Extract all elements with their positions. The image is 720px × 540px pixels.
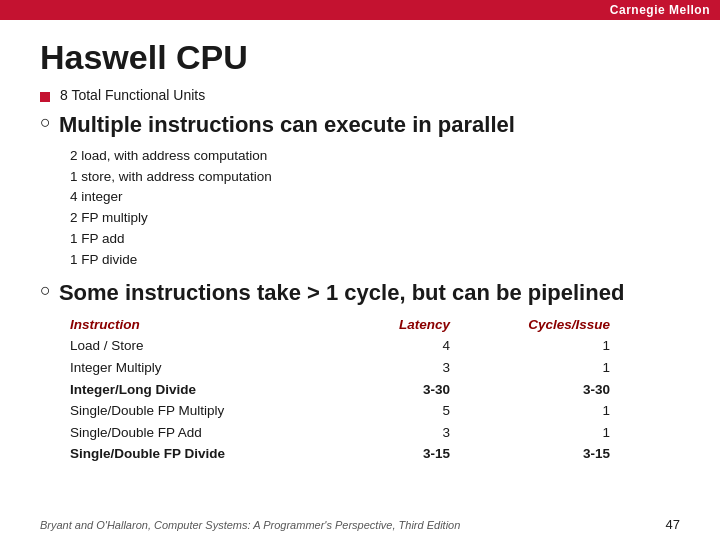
list-item: 2 FP multiply [70, 208, 680, 229]
col-header-instruction: Instruction [70, 314, 350, 336]
table-header-row: Instruction Latency Cycles/Issue [70, 314, 650, 336]
bullet-2-sublist: 2 load, with address computation 1 store… [70, 146, 680, 272]
bullet-3-label: Some instructions take > 1 cycle, but ca… [59, 279, 624, 308]
top-bar: Carnegie Mellon [0, 0, 720, 20]
bullet-2: ○ Multiple instructions can execute in p… [40, 111, 680, 140]
list-item: 1 FP divide [70, 250, 680, 271]
circle-marker-3: ○ [40, 279, 51, 302]
cell-instruction: Single/Double FP Multiply [70, 400, 350, 422]
cell-latency: 3 [350, 357, 480, 379]
cell-latency: 3 [350, 422, 480, 444]
cell-instruction: Integer/Long Divide [70, 379, 350, 401]
cell-cycles: 3-30 [480, 379, 610, 401]
cell-latency: 4 [350, 335, 480, 357]
table-row: Single/Double FP Multiply51 [70, 400, 650, 422]
cell-cycles: 1 [480, 422, 610, 444]
circle-marker-2: ○ [40, 111, 51, 134]
table-row: Integer/Long Divide3-303-30 [70, 379, 650, 401]
bullet-1: 8 Total Functional Units [40, 87, 680, 103]
instruction-table: Instruction Latency Cycles/Issue Load / … [70, 314, 650, 465]
cell-cycles: 1 [480, 400, 610, 422]
cell-latency: 5 [350, 400, 480, 422]
cell-cycles: 3-15 [480, 443, 610, 465]
cell-instruction: Load / Store [70, 335, 350, 357]
table-row: Load / Store41 [70, 335, 650, 357]
table-row: Integer Multiply31 [70, 357, 650, 379]
cell-instruction: Single/Double FP Add [70, 422, 350, 444]
cell-latency: 3-30 [350, 379, 480, 401]
brand-label: Carnegie Mellon [610, 3, 710, 17]
bullet-2-label: Multiple instructions can execute in par… [59, 111, 515, 140]
list-item: 2 load, with address computation [70, 146, 680, 167]
cell-instruction: Integer Multiply [70, 357, 350, 379]
bullet-square-icon [40, 92, 50, 102]
table-row: Single/Double FP Divide3-153-15 [70, 443, 650, 465]
list-item: 1 FP add [70, 229, 680, 250]
cell-cycles: 1 [480, 335, 610, 357]
cell-instruction: Single/Double FP Divide [70, 443, 350, 465]
bullet-3: ○ Some instructions take > 1 cycle, but … [40, 279, 680, 308]
slide-title: Haswell CPU [40, 38, 680, 77]
cell-latency: 3-15 [350, 443, 480, 465]
col-header-cycles: Cycles/Issue [480, 314, 610, 336]
footer: Bryant and O'Hallaron, Computer Systems:… [40, 517, 680, 532]
cell-cycles: 1 [480, 357, 610, 379]
bullet-1-text: 8 Total Functional Units [60, 87, 205, 103]
slide-content: Haswell CPU 8 Total Functional Units ○ M… [0, 20, 720, 475]
table-row: Single/Double FP Add31 [70, 422, 650, 444]
list-item: 4 integer [70, 187, 680, 208]
footer-citation: Bryant and O'Hallaron, Computer Systems:… [40, 519, 460, 531]
table-body: Load / Store41Integer Multiply31Integer/… [70, 335, 650, 465]
list-item: 1 store, with address computation [70, 167, 680, 188]
footer-page-number: 47 [666, 517, 680, 532]
col-header-latency: Latency [350, 314, 480, 336]
